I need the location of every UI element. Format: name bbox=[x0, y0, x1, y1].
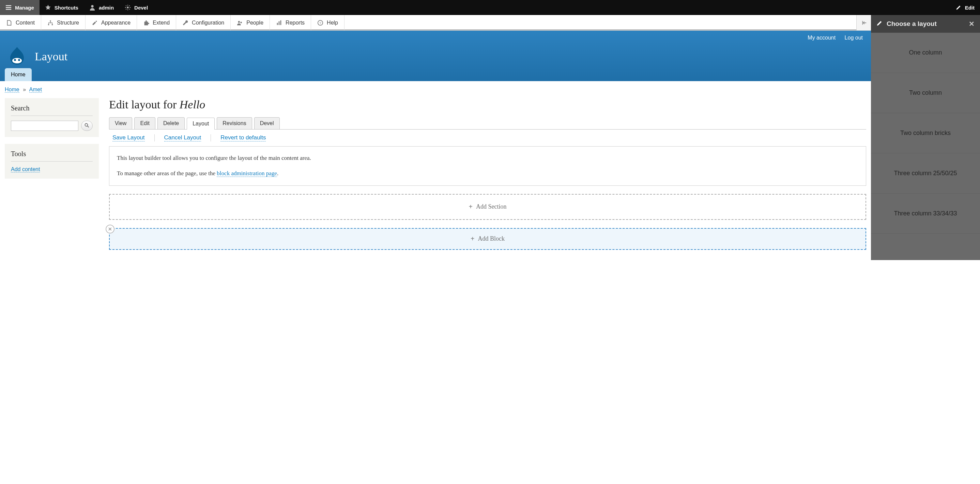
menu-people[interactable]: People bbox=[231, 15, 270, 30]
tab-edit[interactable]: Edit bbox=[134, 117, 155, 129]
tab-home[interactable]: Home bbox=[5, 68, 32, 81]
svg-point-13 bbox=[12, 58, 22, 64]
link-log-out[interactable]: Log out bbox=[845, 35, 863, 41]
action-revert-defaults[interactable]: Revert to defaults bbox=[221, 134, 266, 142]
menu-configuration-label: Configuration bbox=[192, 20, 224, 26]
tools-block: Tools Add content bbox=[5, 144, 99, 178]
menu-reports-label: Reports bbox=[286, 20, 305, 26]
hamburger-icon bbox=[5, 5, 11, 11]
toolbar-devel[interactable]: Devel bbox=[119, 0, 153, 15]
action-save-layout[interactable]: Save Layout bbox=[113, 134, 145, 142]
menu-structure[interactable]: Structure bbox=[41, 15, 86, 30]
admin-menu: Content Structure Appearance Extend Conf… bbox=[0, 15, 871, 31]
link-add-content[interactable]: Add content bbox=[11, 166, 40, 172]
menu-extend[interactable]: Extend bbox=[137, 15, 176, 30]
toolbar-edit-label: Edit bbox=[965, 5, 975, 11]
site-header: My account Log out Layout Home bbox=[0, 31, 871, 81]
action-cancel-layout[interactable]: Cancel Layout bbox=[164, 134, 201, 142]
svg-text:?: ? bbox=[319, 21, 321, 24]
toolbar-manage-label: Manage bbox=[15, 5, 34, 11]
person-icon bbox=[89, 5, 95, 11]
info-line1: This layout builder tool allows you to c… bbox=[117, 153, 858, 163]
svg-point-4 bbox=[52, 24, 53, 25]
puzzle-icon bbox=[143, 20, 149, 26]
help-icon: ? bbox=[317, 20, 323, 26]
layout-option[interactable]: One column bbox=[871, 33, 980, 73]
link-block-admin[interactable]: block administration page bbox=[217, 170, 277, 177]
layout-actions: Save Layout Cancel Layout Revert to defa… bbox=[109, 129, 866, 146]
menu-content[interactable]: Content bbox=[0, 15, 41, 30]
svg-rect-9 bbox=[279, 21, 280, 25]
layout-option[interactable]: Three column 33/34/33 bbox=[871, 194, 980, 234]
search-block: Search bbox=[5, 98, 99, 137]
pencil-icon bbox=[956, 5, 962, 11]
close-icon: ✕ bbox=[108, 226, 112, 232]
info-line2-post: . bbox=[277, 170, 278, 177]
menu-reports[interactable]: Reports bbox=[270, 15, 311, 30]
svg-rect-8 bbox=[277, 23, 278, 25]
search-button[interactable] bbox=[81, 121, 93, 131]
drupal-logo-icon bbox=[6, 46, 28, 67]
tab-devel[interactable]: Devel bbox=[254, 117, 280, 129]
tab-revisions[interactable]: Revisions bbox=[217, 117, 252, 129]
svg-point-14 bbox=[14, 59, 16, 61]
offcanvas-title: Choose a layout bbox=[887, 20, 937, 28]
menu-appearance[interactable]: Appearance bbox=[86, 15, 137, 30]
svg-point-3 bbox=[48, 24, 49, 25]
toolbar-manage[interactable]: Manage bbox=[0, 0, 40, 15]
primary-tabs: ViewEditDeleteLayoutRevisionsDevel bbox=[109, 117, 866, 129]
tab-delete[interactable]: Delete bbox=[158, 117, 185, 129]
page-title: Edit layout for Hello bbox=[109, 98, 866, 111]
add-section-button[interactable]: + Add Section bbox=[109, 194, 866, 220]
toolbar-shortcuts[interactable]: Shortcuts bbox=[40, 0, 84, 15]
add-block-button[interactable]: + Add Block bbox=[109, 228, 866, 250]
collapse-left-icon bbox=[861, 20, 867, 26]
svg-point-1 bbox=[127, 6, 129, 8]
menu-configuration[interactable]: Configuration bbox=[176, 15, 231, 30]
remove-section-button[interactable]: ✕ bbox=[106, 224, 115, 234]
link-my-account[interactable]: My account bbox=[808, 35, 835, 41]
search-heading: Search bbox=[11, 104, 93, 116]
add-section-label: Add Section bbox=[476, 203, 507, 210]
page-title-name: Hello bbox=[180, 98, 205, 111]
svg-point-2 bbox=[50, 20, 51, 21]
svg-point-15 bbox=[18, 59, 20, 61]
offcanvas-close-button[interactable]: ✕ bbox=[969, 20, 975, 28]
admin-toolbar: Manage Shortcuts admin Devel Edit bbox=[0, 0, 980, 15]
svg-rect-10 bbox=[280, 20, 282, 25]
people-icon bbox=[237, 20, 243, 26]
breadcrumb-current[interactable]: Amet bbox=[29, 87, 42, 93]
page-title-prefix: Edit layout for bbox=[109, 98, 180, 111]
layout-info: This layout builder tool allows you to c… bbox=[109, 146, 866, 186]
magnifier-icon bbox=[84, 123, 90, 129]
file-icon bbox=[6, 20, 12, 26]
breadcrumb-home[interactable]: Home bbox=[5, 87, 19, 93]
pencil-icon bbox=[877, 20, 883, 28]
info-line2-pre: To manage other areas of the page, use t… bbox=[117, 170, 217, 177]
menu-people-label: People bbox=[247, 20, 263, 26]
wrench-icon bbox=[182, 20, 188, 26]
menu-content-label: Content bbox=[16, 20, 35, 26]
layout-option[interactable]: Two column bbox=[871, 73, 980, 113]
svg-point-5 bbox=[96, 21, 97, 22]
menu-help[interactable]: ? Help bbox=[311, 15, 345, 30]
svg-point-6 bbox=[238, 21, 240, 22]
site-title: Layout bbox=[35, 50, 67, 63]
menu-help-label: Help bbox=[327, 20, 338, 26]
menu-extend-label: Extend bbox=[153, 20, 170, 26]
tab-view[interactable]: View bbox=[109, 117, 132, 129]
layout-option[interactable]: Two column bricks bbox=[871, 113, 980, 153]
offcanvas-panel: Choose a layout ✕ One columnTwo columnTw… bbox=[871, 15, 980, 260]
toolbar-user[interactable]: admin bbox=[84, 0, 119, 15]
search-input[interactable] bbox=[11, 121, 78, 131]
menu-collapse[interactable] bbox=[856, 15, 871, 30]
tab-layout[interactable]: Layout bbox=[187, 118, 215, 129]
breadcrumb: Home » Amet bbox=[0, 81, 871, 98]
tools-heading: Tools bbox=[11, 150, 93, 162]
star-icon bbox=[45, 5, 51, 11]
svg-point-7 bbox=[240, 21, 242, 23]
layout-option[interactable]: Three column 25/50/25 bbox=[871, 153, 980, 194]
toolbar-edit[interactable]: Edit bbox=[950, 0, 980, 15]
add-block-label: Add Block bbox=[478, 235, 505, 242]
toolbar-devel-label: Devel bbox=[134, 5, 148, 11]
